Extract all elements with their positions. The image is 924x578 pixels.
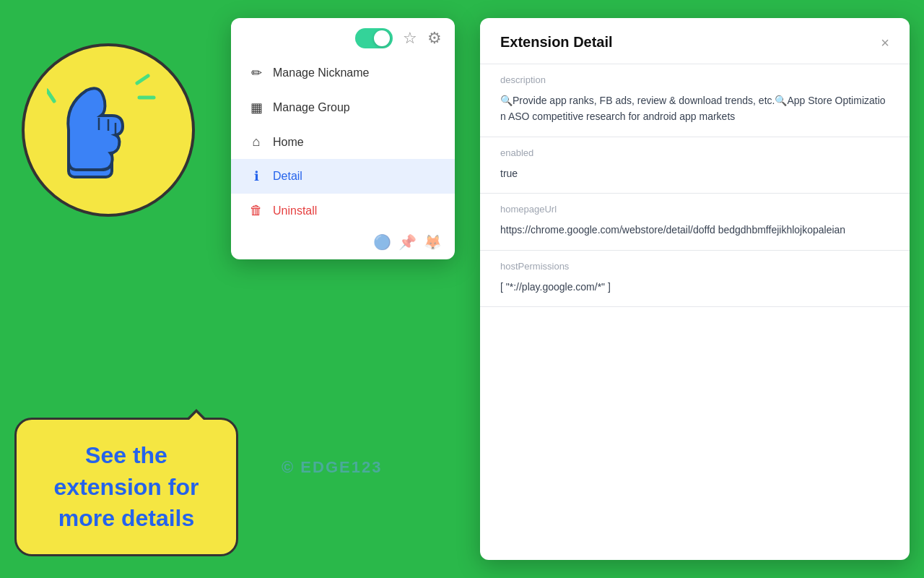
field-value-description: 🔍Provide app ranks, FB ads, review & dow… bbox=[480, 90, 910, 137]
field-homepage: homepageUrl https://chrome.google.com/we… bbox=[480, 194, 910, 250]
menu-item-group[interactable]: ▦ Manage Group bbox=[231, 90, 455, 125]
field-label-description: description bbox=[480, 64, 910, 90]
speech-bubble-text: See the extension for more details bbox=[34, 440, 219, 534]
field-enabled: enabled true bbox=[480, 137, 910, 194]
field-label-permissions: hostPermissions bbox=[480, 251, 910, 276]
ext-detail-title: Extension Detail bbox=[500, 34, 613, 51]
thumbs-up-icon bbox=[47, 72, 170, 188]
toggle-knob bbox=[374, 30, 390, 46]
field-value-permissions: [ "*://play.google.com/*" ] bbox=[480, 276, 910, 306]
popup-menu: ☆ ⚙ ✏ Manage Nickname ▦ Manage Group ⌂ H… bbox=[231, 18, 455, 259]
star-icon[interactable]: ☆ bbox=[403, 29, 417, 48]
gear-icon[interactable]: ⚙ bbox=[427, 29, 442, 48]
home-icon: ⌂ bbox=[248, 134, 264, 150]
field-description: description 🔍Provide app ranks, FB ads, … bbox=[480, 64, 910, 137]
field-permissions: hostPermissions [ "*://play.google.com/*… bbox=[480, 251, 910, 307]
edit-icon: ✏ bbox=[248, 65, 264, 81]
menu-item-uninstall[interactable]: 🗑 Uninstall bbox=[231, 194, 455, 228]
svg-line-4 bbox=[137, 76, 148, 83]
field-value-homepage: https://chrome.google.com/webstore/detai… bbox=[480, 219, 910, 249]
info-icon: ℹ bbox=[248, 168, 264, 184]
popup-header: ☆ ⚙ bbox=[231, 18, 455, 56]
ext-detail-header: Extension Detail × bbox=[480, 18, 910, 64]
field-value-enabled: true bbox=[480, 163, 910, 193]
field-label-enabled: enabled bbox=[480, 137, 910, 163]
field-label-homepage: homepageUrl bbox=[480, 194, 910, 219]
thumbs-up-circle bbox=[22, 43, 195, 217]
speech-bubble: See the extension for more details bbox=[14, 418, 238, 556]
svg-line-6 bbox=[47, 90, 54, 101]
close-button[interactable]: × bbox=[881, 35, 889, 50]
extension-toggle[interactable] bbox=[355, 28, 393, 48]
group-icon: ▦ bbox=[248, 100, 264, 116]
trash-icon: 🗑 bbox=[248, 203, 264, 218]
popup-footer: 🔵 📌 🦊 bbox=[231, 228, 455, 251]
menu-item-home[interactable]: ⌂ Home bbox=[231, 125, 455, 159]
footer-icon-1: 🔵 bbox=[373, 233, 391, 251]
menu-item-nickname[interactable]: ✏ Manage Nickname bbox=[231, 56, 455, 90]
footer-icon-2: 📌 bbox=[398, 233, 417, 251]
menu-item-detail[interactable]: ℹ Detail bbox=[231, 159, 455, 194]
watermark: © EDGE123 bbox=[282, 458, 382, 477]
extension-detail-panel: Extension Detail × description 🔍Provide … bbox=[480, 18, 910, 560]
footer-icon-3: 🦊 bbox=[424, 233, 442, 251]
